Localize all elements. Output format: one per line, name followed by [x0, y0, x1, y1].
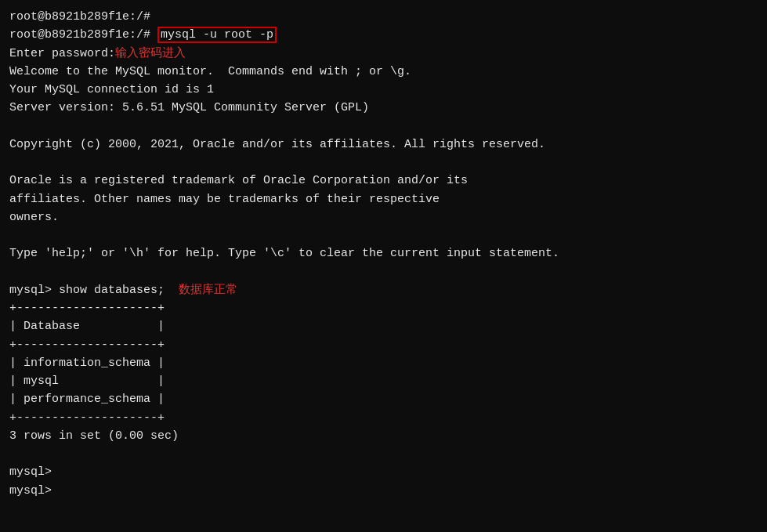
table-border-top: +--------------------+	[9, 299, 758, 317]
table-border-bottom: +--------------------+	[9, 409, 758, 427]
command-highlight: mysql -u root -p	[157, 27, 277, 43]
blank-5	[9, 445, 758, 463]
terminal-line-2: root@b8921b289f1e:/# mysql -u root -p	[9, 26, 758, 44]
password-annotation: 输入密码进入	[115, 47, 186, 60]
row-count: 3 rows in set (0.00 sec)	[9, 427, 758, 445]
terminal-line-5: Your MySQL connection id is 1	[9, 81, 758, 99]
terminal-line-8: Oracle is a registered trademark of Orac…	[9, 172, 758, 190]
terminal-line-6: Server version: 5.6.51 MySQL Community S…	[9, 99, 758, 117]
terminal-window: root@b8921b289f1e:/# root@b8921b289f1e:/…	[0, 0, 767, 532]
terminal-line-9: affiliates. Other names may be trademark…	[9, 190, 758, 208]
terminal-line-4: Welcome to the MySQL monitor. Commands e…	[9, 63, 758, 81]
terminal-line-11: Type 'help;' or '\h' for help. Type '\c'…	[9, 244, 758, 262]
table-row-2: | mysql |	[9, 372, 758, 390]
table-row-3: | performance_schema |	[9, 390, 758, 408]
terminal-line-7: Copyright (c) 2000, 2021, Oracle and/or …	[9, 136, 758, 154]
blank-3	[9, 226, 758, 244]
blank-4	[9, 263, 758, 281]
terminal-line-1: root@b8921b289f1e:/#	[9, 8, 758, 26]
terminal-line-10: owners.	[9, 208, 758, 226]
table-header: | Database |	[9, 317, 758, 335]
blank-2	[9, 154, 758, 172]
terminal-line-12: mysql> show databases; 数据库正常	[9, 281, 758, 299]
mysql-prompt-2: mysql>	[9, 482, 758, 500]
table-row-1: | information_schema |	[9, 354, 758, 372]
mysql-prompt-1: mysql>	[9, 463, 758, 481]
db-annotation: 数据库正常	[165, 284, 237, 297]
terminal-line-3: Enter password:输入密码进入	[9, 45, 758, 63]
blank-1	[9, 118, 758, 136]
table-border-mid: +--------------------+	[9, 336, 758, 354]
